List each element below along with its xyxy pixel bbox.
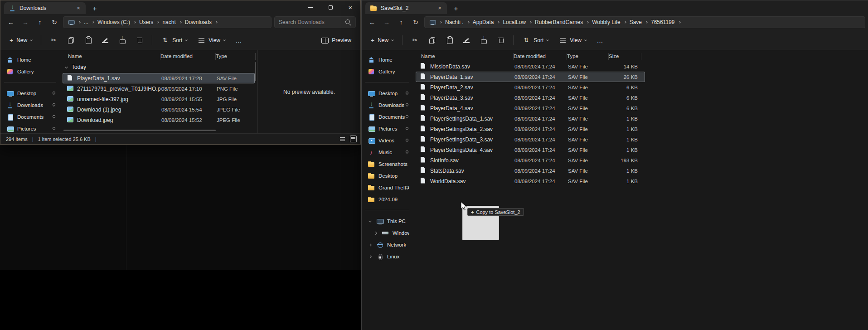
column-header-type[interactable]: Type bbox=[567, 53, 609, 60]
file-row[interactable]: PlayerData_2.sav08/09/2024 17:24SAV File… bbox=[416, 82, 645, 92]
sidebar-item[interactable]: Desktop bbox=[363, 170, 412, 182]
column-header-date-modified[interactable]: Date modified bbox=[514, 53, 567, 60]
delete-button[interactable] bbox=[493, 33, 509, 48]
address-bar[interactable]: ...Windows (C:)UsersnachtDownloads bbox=[63, 16, 272, 28]
file-row[interactable]: SlotInfo.sav08/09/2024 17:24SAV File193 … bbox=[416, 155, 645, 165]
expander-icon[interactable] bbox=[373, 231, 378, 236]
tree-item[interactable]: Windows (C:) bbox=[369, 227, 412, 239]
forward-button[interactable]: → bbox=[381, 19, 393, 26]
file-row[interactable]: PlayerSettingsData_3.sav08/09/2024 17:24… bbox=[416, 134, 645, 145]
cut-button[interactable] bbox=[45, 33, 62, 48]
breadcrumb-item[interactable]: Wobbly Life bbox=[592, 19, 620, 25]
tree-item[interactable]: Network bbox=[363, 239, 412, 251]
breadcrumb-item[interactable]: ... bbox=[84, 19, 88, 25]
horizontal-scrollbar[interactable] bbox=[63, 130, 216, 131]
tree-item[interactable]: Linux bbox=[363, 251, 412, 262]
sort-button[interactable]: Sort bbox=[156, 33, 192, 48]
forward-button[interactable]: → bbox=[19, 19, 31, 26]
maximize-button[interactable] bbox=[320, 0, 340, 14]
sidebar-item[interactable]: Home bbox=[363, 54, 412, 66]
column-header-type[interactable]: Type bbox=[216, 53, 256, 60]
details-view-toggle[interactable] bbox=[339, 136, 346, 142]
new-button[interactable]: + New bbox=[5, 33, 37, 48]
column-header-name[interactable]: Name bbox=[421, 53, 514, 60]
breadcrumb-item[interactable]: AppData bbox=[473, 19, 494, 25]
view-button[interactable]: View bbox=[554, 33, 591, 48]
file-row[interactable]: PlayerSettingsData_1.sav08/09/2024 17:24… bbox=[416, 113, 645, 124]
rename-button[interactable] bbox=[97, 33, 113, 48]
sidebar-item[interactable]: Pictures bbox=[363, 123, 412, 135]
sidebar-item[interactable]: Videos bbox=[363, 135, 412, 146]
new-tab-button[interactable]: + bbox=[90, 5, 99, 12]
preview-toggle-button[interactable]: Preview bbox=[316, 33, 356, 48]
expander-icon[interactable] bbox=[368, 254, 373, 259]
file-row[interactable]: Download.jpeg08/09/2024 15:52JPEG File bbox=[63, 115, 255, 125]
tree-item[interactable]: This PC bbox=[363, 215, 412, 227]
new-tab-button[interactable]: + bbox=[451, 5, 461, 12]
breadcrumb-item[interactable]: 76561199 bbox=[651, 19, 675, 25]
tab-downloads[interactable]: Downloads × bbox=[4, 2, 86, 14]
sidebar-item[interactable]: Screenshots bbox=[363, 158, 412, 170]
file-row[interactable]: PlayerSettingsData_4.sav08/09/2024 17:24… bbox=[416, 145, 645, 155]
file-row[interactable]: PlayerData_1.sav08/09/2024 17:28SAV File bbox=[63, 73, 255, 83]
sidebar-item[interactable]: Desktop bbox=[363, 87, 412, 99]
vertical-scrollbar[interactable] bbox=[255, 62, 256, 81]
sidebar-item[interactable]: 2024-09 bbox=[363, 194, 412, 205]
up-button[interactable]: ↑ bbox=[395, 19, 407, 26]
sidebar-item[interactable]: Gallery bbox=[2, 66, 58, 78]
thumbnail-view-toggle[interactable] bbox=[350, 136, 357, 142]
minimize-button[interactable] bbox=[301, 0, 320, 14]
sidebar-item[interactable]: Documents bbox=[2, 111, 58, 123]
cut-button[interactable] bbox=[407, 33, 423, 48]
sidebar-item[interactable]: Desktop bbox=[2, 87, 58, 99]
delete-button[interactable] bbox=[131, 33, 148, 48]
expander-icon[interactable] bbox=[368, 219, 373, 224]
file-row[interactable]: Download (1).jpeg08/09/2024 15:54JPEG Fi… bbox=[63, 104, 255, 115]
column-header-date-modified[interactable]: Date modified bbox=[160, 53, 216, 60]
file-row[interactable]: MissionData.sav08/09/2024 17:24SAV File1… bbox=[416, 61, 645, 72]
file-row[interactable]: 2711179791_preview_T01J9IHO.png08/09/202… bbox=[63, 83, 255, 94]
address-bar[interactable]: Nachti .AppDataLocalLowRubberBandGamesWo… bbox=[424, 16, 865, 28]
tab-close-icon[interactable]: × bbox=[75, 5, 82, 12]
expander-icon[interactable] bbox=[368, 243, 373, 248]
breadcrumb-item[interactable]: nacht bbox=[162, 19, 175, 25]
column-header-name[interactable]: Name bbox=[68, 53, 160, 60]
back-button[interactable]: ← bbox=[5, 19, 17, 26]
copy-button[interactable] bbox=[424, 33, 440, 48]
file-row[interactable]: WorldData.sav08/09/2024 17:24SAV File1 K… bbox=[416, 176, 645, 186]
sidebar-item[interactable]: Music bbox=[363, 146, 412, 158]
breadcrumb-item[interactable]: RubberBandGames bbox=[535, 19, 583, 25]
up-button[interactable]: ↑ bbox=[34, 19, 46, 26]
back-button[interactable]: ← bbox=[366, 19, 378, 26]
tab-close-icon[interactable]: × bbox=[436, 5, 443, 12]
search-input[interactable]: Search Downloads bbox=[274, 16, 356, 28]
breadcrumb-item[interactable]: Save bbox=[630, 19, 642, 25]
sidebar-item[interactable]: Pictures bbox=[2, 123, 58, 133]
breadcrumb-item[interactable]: Windows (C:) bbox=[97, 19, 130, 25]
file-row[interactable]: PlayerData_1.sav08/09/2024 17:24SAV File… bbox=[416, 72, 645, 82]
file-row[interactable]: PlayerSettingsData_2.sav08/09/2024 17:24… bbox=[416, 124, 645, 134]
view-button[interactable]: View bbox=[193, 33, 230, 48]
sidebar-item[interactable]: Gallery bbox=[363, 66, 412, 78]
paste-button[interactable] bbox=[80, 33, 96, 48]
breadcrumb-item[interactable]: Nachti . bbox=[445, 19, 464, 25]
new-button[interactable]: + New bbox=[366, 33, 398, 48]
file-row[interactable]: StatsData.sav08/09/2024 17:24SAV File1 K… bbox=[416, 165, 645, 176]
refresh-button[interactable]: ↻ bbox=[410, 19, 422, 26]
paste-button[interactable] bbox=[441, 33, 457, 48]
tab-saveslot2[interactable]: SaveSlot_2 × bbox=[365, 2, 447, 14]
breadcrumb-item[interactable]: Downloads bbox=[185, 19, 212, 25]
copy-button[interactable] bbox=[63, 33, 79, 48]
sidebar-item[interactable]: Documents bbox=[363, 111, 412, 123]
share-button[interactable] bbox=[114, 33, 131, 48]
breadcrumb-item[interactable]: LocalLow bbox=[503, 19, 526, 25]
sidebar-item[interactable]: Downloads bbox=[363, 99, 412, 111]
rename-button[interactable] bbox=[458, 33, 475, 48]
more-options-button[interactable]: … bbox=[231, 33, 247, 48]
group-header-today[interactable]: Today bbox=[60, 61, 257, 73]
file-row[interactable]: PlayerData_4.sav08/09/2024 17:24SAV File… bbox=[416, 103, 645, 113]
close-button[interactable]: × bbox=[340, 0, 360, 14]
sort-button[interactable]: Sort bbox=[518, 33, 553, 48]
file-row[interactable]: PlayerData_3.sav08/09/2024 17:24SAV File… bbox=[416, 92, 645, 103]
sidebar-item[interactable]: Downloads bbox=[2, 99, 58, 111]
